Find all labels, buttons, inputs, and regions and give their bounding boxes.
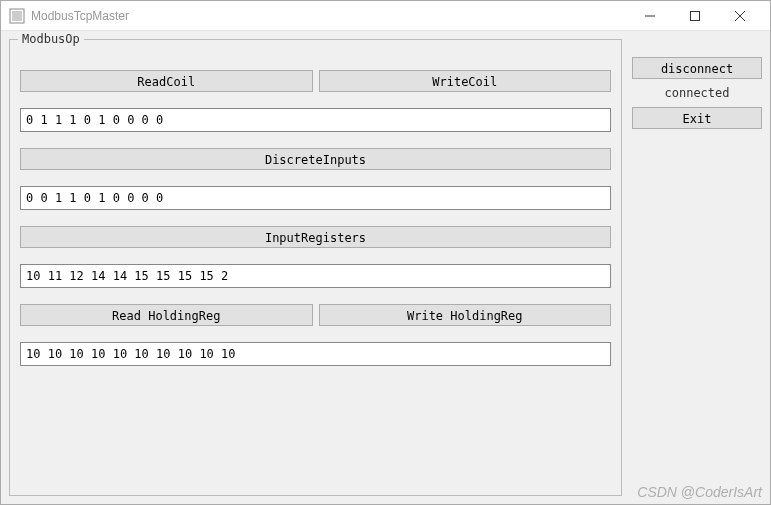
write-holding-reg-button[interactable]: Write HoldingReg bbox=[319, 304, 612, 326]
app-icon bbox=[9, 8, 25, 24]
app-window: ModbusTcpMaster ModbusOp ReadCoil WriteC… bbox=[0, 0, 771, 505]
write-coil-button[interactable]: WriteCoil bbox=[319, 70, 612, 92]
groupbox-title: ModbusOp bbox=[18, 32, 84, 46]
exit-button[interactable]: Exit bbox=[632, 107, 762, 129]
close-icon bbox=[735, 11, 745, 21]
discrete-inputs-button[interactable]: DiscreteInputs bbox=[20, 148, 611, 170]
titlebar: ModbusTcpMaster bbox=[1, 1, 770, 31]
close-button[interactable] bbox=[717, 2, 762, 30]
minimize-button[interactable] bbox=[627, 2, 672, 30]
input-registers-button[interactable]: InputRegisters bbox=[20, 226, 611, 248]
minimize-icon bbox=[645, 11, 655, 21]
window-controls bbox=[627, 2, 762, 30]
disconnect-button[interactable]: disconnect bbox=[632, 57, 762, 79]
sidebar: disconnect connected Exit bbox=[632, 39, 762, 496]
holding-registers-input[interactable] bbox=[20, 342, 611, 366]
read-holding-reg-button[interactable]: Read HoldingReg bbox=[20, 304, 313, 326]
svg-rect-1 bbox=[12, 11, 22, 21]
maximize-icon bbox=[690, 11, 700, 21]
connection-status: connected bbox=[632, 83, 762, 103]
modbus-op-groupbox: ModbusOp ReadCoil WriteCoil DiscreteInpu… bbox=[9, 39, 622, 496]
read-coil-button[interactable]: ReadCoil bbox=[20, 70, 313, 92]
input-registers-input[interactable] bbox=[20, 264, 611, 288]
client-area: ModbusOp ReadCoil WriteCoil DiscreteInpu… bbox=[1, 31, 770, 504]
coils-input[interactable] bbox=[20, 108, 611, 132]
svg-rect-3 bbox=[690, 11, 699, 20]
maximize-button[interactable] bbox=[672, 2, 717, 30]
discrete-inputs-input[interactable] bbox=[20, 186, 611, 210]
window-title: ModbusTcpMaster bbox=[31, 9, 627, 23]
